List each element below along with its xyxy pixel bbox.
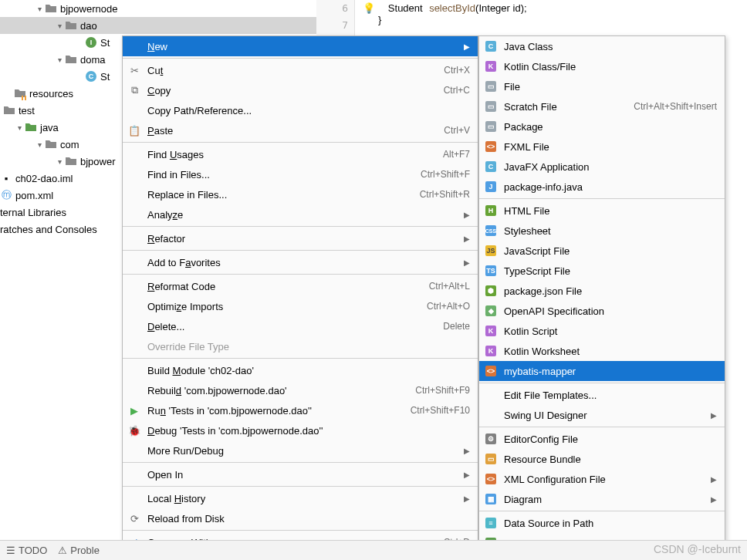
menu-local-history[interactable]: Local History▶ bbox=[123, 488, 478, 508]
new-package-json[interactable]: ⬢package.json File bbox=[479, 281, 725, 301]
new-xml-config[interactable]: <>XML Configuration File▶ bbox=[479, 469, 725, 489]
menu-override-file-type: Override File Type bbox=[123, 336, 478, 356]
menu-copy[interactable]: ⧉CopyCtrl+C bbox=[123, 80, 478, 100]
menu-optimize-imports[interactable]: Optimize ImportsCtrl+Alt+O bbox=[123, 296, 478, 316]
menu-copy-path[interactable]: Copy Path/Reference... bbox=[123, 100, 478, 120]
menu-build-module[interactable]: Build Module 'ch02-dao' bbox=[123, 360, 478, 380]
todo-tab[interactable]: ☰TODO bbox=[6, 545, 47, 556]
status-bar: ☰TODO ⚠Proble bbox=[0, 540, 747, 560]
new-scratch-file[interactable]: ▭Scratch FileCtrl+Alt+Shift+Insert bbox=[479, 96, 725, 116]
new-editorconfig[interactable]: ⚙EditorConfig File bbox=[479, 429, 725, 449]
tree-label: St bbox=[100, 71, 110, 83]
problems-tab[interactable]: ⚠Proble bbox=[58, 545, 100, 556]
new-package-info[interactable]: Jpackage-info.java bbox=[479, 177, 725, 197]
menu-delete[interactable]: Delete...Delete bbox=[123, 316, 478, 336]
menu-refactor[interactable]: Refactor▶ bbox=[123, 228, 478, 248]
problems-icon: ⚠ bbox=[58, 545, 67, 556]
tree-label: bjpower bbox=[80, 156, 116, 167]
menu-more-run[interactable]: More Run/Debug▶ bbox=[123, 440, 478, 460]
editor-gutter: 6 7 bbox=[316, 0, 355, 39]
new-kotlin-script[interactable]: KKotlin Script bbox=[479, 321, 725, 341]
tree-label: ternal Libraries bbox=[0, 207, 66, 218]
menu-find-in-files[interactable]: Find in Files...Ctrl+Shift+F bbox=[123, 164, 478, 184]
reload-icon: ⟳ bbox=[127, 512, 141, 525]
new-java-class[interactable]: CJava Class bbox=[479, 36, 725, 56]
code-editor[interactable]: 6 7 💡 Student selectById(Integer id); } bbox=[316, 0, 747, 39]
menu-reload[interactable]: ⟳Reload from Disk bbox=[123, 508, 478, 528]
new-kotlin-worksheet[interactable]: KKotlin Worksheet bbox=[479, 341, 725, 361]
new-resource-bundle[interactable]: ▭Resource Bundle bbox=[479, 449, 725, 469]
copy-icon: ⧉ bbox=[127, 84, 141, 96]
new-submenu: CJava Class KKotlin Class/File ▭File ▭Sc… bbox=[478, 35, 725, 554]
run-icon: ▶ bbox=[127, 404, 141, 417]
menu-new[interactable]: NNewew▶ bbox=[123, 36, 478, 56]
new-mybatis-mapper[interactable]: <>mybatis-mapper bbox=[479, 361, 725, 381]
tree-label: pom.xml bbox=[15, 190, 53, 201]
new-file[interactable]: ▭File bbox=[479, 76, 725, 96]
tree-label: bjpowernode bbox=[60, 3, 117, 15]
debug-icon: 🐞 bbox=[127, 424, 141, 437]
new-data-source[interactable]: ≡Data Source in Path bbox=[479, 513, 725, 533]
tree-label: doma bbox=[80, 54, 106, 66]
tree-label: St bbox=[100, 37, 110, 49]
tree-label: ratches and Consoles bbox=[0, 224, 97, 235]
new-package[interactable]: ▭Package bbox=[479, 116, 725, 137]
new-openapi[interactable]: ◆OpenAPI Specification bbox=[479, 301, 725, 321]
tree-label: ch02-dao.iml bbox=[15, 173, 73, 184]
bulb-icon[interactable]: 💡 bbox=[363, 2, 375, 14]
menu-open-in[interactable]: Open In▶ bbox=[123, 464, 478, 484]
tree-label: java bbox=[40, 122, 59, 133]
edit-file-templates[interactable]: Edit File Templates... bbox=[479, 385, 725, 405]
new-js[interactable]: JSJavaScript File bbox=[479, 241, 725, 261]
new-swing-designer[interactable]: Swing UI Designer▶ bbox=[479, 405, 725, 425]
context-menu: NNewew▶ ✂CutCtrl+X ⧉CopyCtrl+C Copy Path… bbox=[122, 35, 478, 553]
tree-label: dao bbox=[80, 20, 97, 32]
new-kotlin-class[interactable]: KKotlin Class/File bbox=[479, 56, 725, 76]
menu-reformat[interactable]: Reformat CodeCtrl+Alt+L bbox=[123, 276, 478, 296]
tree-node-dao[interactable]: ▾dao bbox=[0, 17, 316, 34]
paste-icon: 📋 bbox=[127, 124, 141, 137]
tree-label: test bbox=[19, 105, 35, 116]
new-diagram[interactable]: ▦Diagram▶ bbox=[479, 489, 725, 509]
new-stylesheet[interactable]: CSSStylesheet bbox=[479, 221, 725, 241]
line-number: 6 bbox=[316, 0, 354, 17]
line-number: 7 bbox=[316, 17, 354, 34]
new-html[interactable]: HHTML File bbox=[479, 201, 725, 221]
menu-replace-in-files[interactable]: Replace in Files...Ctrl+Shift+R bbox=[123, 184, 478, 204]
todo-icon: ☰ bbox=[6, 545, 15, 556]
code-line: 💡 Student selectById(Integer id); } bbox=[363, 2, 527, 25]
menu-debug[interactable]: 🐞Debug 'Tests in 'com.bjpowernode.dao'' bbox=[123, 420, 478, 440]
new-javafx-app[interactable]: CJavaFX Application bbox=[479, 157, 725, 177]
tree-label: resources bbox=[29, 88, 73, 100]
menu-analyze[interactable]: Analyze▶ bbox=[123, 204, 478, 224]
tree-label: com bbox=[60, 139, 79, 150]
tree-node-bjpowernode[interactable]: ▾bjpowernode bbox=[0, 0, 316, 17]
new-ts[interactable]: TSTypeScript File bbox=[479, 261, 725, 281]
menu-add-favorites[interactable]: Add to Favorites▶ bbox=[123, 252, 478, 272]
watermark: CSDN @-Iceburnt bbox=[654, 543, 741, 555]
menu-run[interactable]: ▶Run 'Tests in 'com.bjpowernode.dao''Ctr… bbox=[123, 400, 478, 420]
new-fxml[interactable]: <>FXML File bbox=[479, 137, 725, 157]
cut-icon: ✂ bbox=[127, 64, 141, 76]
menu-cut[interactable]: ✂CutCtrl+X bbox=[123, 60, 478, 80]
menu-rebuild[interactable]: Rebuild 'com.bjpowernode.dao'Ctrl+Shift+… bbox=[123, 380, 478, 400]
menu-paste[interactable]: 📋PasteCtrl+V bbox=[123, 120, 478, 140]
menu-find-usages[interactable]: Find UsagesAlt+F7 bbox=[123, 144, 478, 164]
